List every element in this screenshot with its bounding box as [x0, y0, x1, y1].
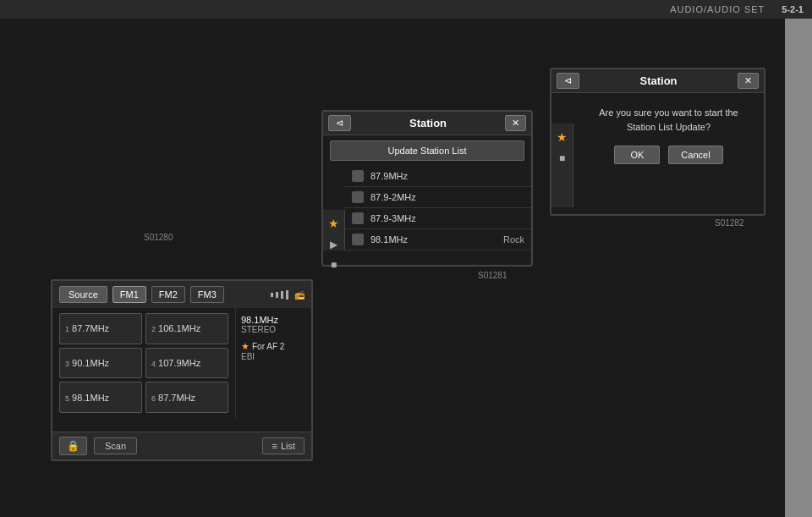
star-icon: ★: [328, 217, 339, 230]
sidebar-icon-2: ■: [331, 259, 337, 271]
confirm-back-button[interactable]: ⊲: [557, 73, 579, 89]
code-s01282: S01282: [715, 218, 743, 228]
af-label: For AF 2: [252, 342, 284, 351]
confirm-content: Are you sure you want to start the Stati…: [573, 93, 764, 177]
station-panel-title: Station: [351, 117, 505, 129]
station-list-panel: ⊲ Station ✕ Update Station List ★ ▶ ■ 87…: [321, 110, 533, 267]
confirm-message-line1: Are you sure you want to start the: [599, 107, 738, 118]
radio-panel-top: Source FM1 FM2 FM3 📻: [52, 281, 311, 308]
station-btn-3[interactable]: 3 90.1MHz: [59, 348, 142, 379]
header-page: 5-2-1: [782, 4, 804, 14]
station-item-icon: [352, 191, 364, 203]
confirm-panel-title: Station: [579, 74, 738, 87]
station-items-list: 87.9MHz 87.9-2MHz 87.9-3MHz 98.1MHz Rock: [345, 166, 531, 250]
confirm-star-icon: ★: [557, 130, 568, 144]
list-item[interactable]: 87.9-3MHz: [345, 208, 531, 229]
current-freq: 98.1MHz: [241, 315, 306, 325]
station-btn-5[interactable]: 5 98.1MHz: [59, 382, 142, 413]
confirm-buttons: OK Cancel: [614, 146, 722, 164]
radio-stations-area: 1 87.7MHz 2 106.1MHz 3 90.1MHz 4 107.9MH…: [52, 308, 311, 418]
ebi-label: EBI: [241, 352, 306, 361]
station-freq-2: 87.9-2MHz: [370, 192, 524, 202]
fm1-button[interactable]: FM1: [112, 286, 146, 303]
station-item-icon: [352, 170, 364, 182]
confirm-header: ⊲ Station ✕: [551, 69, 764, 93]
right-sidebar: [785, 19, 812, 517]
radio-panel: Source FM1 FM2 FM3 📻 1 87.7MHz 2 106.1MH…: [51, 279, 313, 461]
station-list-body: ★ ▶ ■ 87.9MHz 87.9-2MHz 87.9-3MHz 98.1MH…: [323, 166, 531, 250]
station-list-sidebar: ★ ▶ ■: [323, 210, 345, 250]
station-freq-3: 87.9-3MHz: [370, 213, 524, 223]
confirm-message-line2: Station List Update?: [627, 122, 710, 132]
confirm-sidebar: ★ ■: [551, 124, 573, 207]
list-item[interactable]: 98.1MHz Rock: [345, 229, 531, 250]
station-close-button[interactable]: ✕: [505, 115, 526, 131]
list-item[interactable]: 87.9-2MHz: [345, 187, 531, 208]
signal-icons: 📻: [271, 290, 304, 300]
station-back-button[interactable]: ⊲: [328, 115, 351, 131]
code-s01280: S01280: [144, 233, 173, 242]
scan-button[interactable]: Scan: [94, 437, 137, 454]
confirm-body: ★ ■ Are you sure you want to start the S…: [551, 93, 764, 207]
list-item[interactable]: 87.9MHz: [345, 166, 531, 187]
station-btn-6[interactable]: 6 87.7MHz: [145, 382, 228, 413]
list-button[interactable]: ≡ List: [262, 437, 304, 454]
cancel-button[interactable]: Cancel: [668, 146, 722, 164]
confirm-close-button[interactable]: ✕: [738, 73, 759, 89]
list-icon: ≡: [272, 441, 277, 451]
header-title: AUDIO/AUDIO SET: [670, 4, 765, 14]
station-freq-1: 87.9MHz: [370, 171, 524, 181]
radio-info-block: 98.1MHz STEREO ★ For AF 2 EBI: [235, 308, 311, 418]
source-button[interactable]: Source: [59, 286, 107, 303]
station-btn-1[interactable]: 1 87.7MHz: [59, 313, 142, 344]
station-btn-4[interactable]: 4 107.9MHz: [145, 348, 228, 379]
update-station-list-button[interactable]: Update Station List: [330, 140, 524, 161]
fm3-button[interactable]: FM3: [190, 286, 224, 303]
confirm-dialog-panel: ⊲ Station ✕ ★ ■ Are you sure you want to…: [550, 68, 765, 216]
code-s01281: S01281: [478, 271, 507, 280]
lock-button[interactable]: 🔒: [59, 437, 87, 455]
station-grid: 1 87.7MHz 2 106.1MHz 3 90.1MHz 4 107.9MH…: [52, 308, 235, 418]
station-item-icon: [352, 234, 364, 245]
station-btn-2[interactable]: 2 106.1MHz: [145, 313, 228, 344]
confirm-message: Are you sure you want to start the Stati…: [599, 106, 738, 134]
radio-bottom-bar: 🔒 Scan ≡ List: [52, 432, 311, 459]
station-freq-4: 98.1MHz: [370, 234, 503, 245]
header-bar: AUDIO/AUDIO SET 5-2-1: [0, 0, 812, 19]
sidebar-icon-1: ▶: [330, 239, 337, 250]
current-mode: STEREO: [241, 325, 306, 334]
confirm-sidebar-icon: ■: [559, 152, 565, 164]
ok-button[interactable]: OK: [614, 146, 660, 164]
station-header: ⊲ Station ✕: [323, 112, 531, 135]
station-genre-4: Rock: [503, 234, 524, 245]
station-item-icon: [352, 212, 364, 224]
fm2-button[interactable]: FM2: [151, 286, 185, 303]
